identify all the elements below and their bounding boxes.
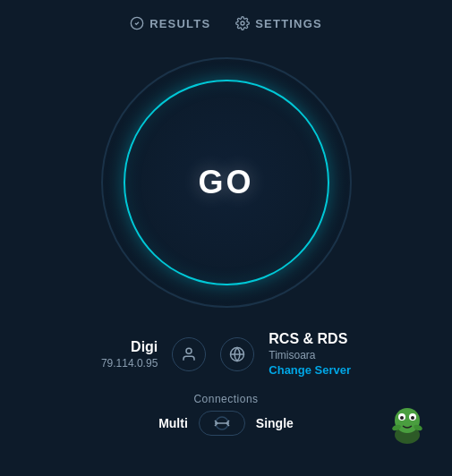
change-server-link[interactable]: Change Server (269, 363, 351, 377)
gear-icon (235, 16, 250, 30)
watermark (382, 401, 432, 451)
settings-label: SETTINGS (255, 17, 322, 30)
user-icon (181, 346, 197, 362)
globe-icon (229, 346, 245, 362)
connections-toggle: Multi Single (158, 411, 294, 436)
svg-point-9 (395, 408, 420, 433)
multi-option[interactable]: Multi (158, 416, 188, 430)
info-row: Digi 79.114.0.95 RCS & RDS Timisoara Cha… (0, 331, 452, 377)
svg-point-3 (186, 348, 192, 353)
svg-point-13 (411, 416, 414, 420)
mascot-icon (382, 401, 432, 451)
isp-name: Digi (131, 339, 158, 355)
server-info: RCS & RDS Timisoara Change Server (269, 331, 351, 377)
user-icon-circle (172, 337, 206, 371)
connections-section: Connections Multi Single (158, 393, 294, 436)
svg-point-11 (409, 413, 416, 421)
server-name: RCS & RDS (269, 331, 347, 347)
svg-point-15 (413, 423, 422, 431)
server-location: Timisoara (269, 349, 315, 361)
globe-icon-circle (220, 337, 254, 371)
results-nav-item[interactable]: RESULTS (130, 16, 210, 30)
toggle-arrows-icon (209, 416, 235, 430)
go-button[interactable]: GO (198, 164, 253, 201)
top-nav: RESULTS SETTINGS (0, 0, 452, 39)
svg-point-12 (400, 416, 404, 420)
settings-nav-item[interactable]: SETTINGS (235, 16, 322, 30)
svg-point-8 (395, 426, 420, 444)
check-circle-icon (130, 16, 144, 30)
isp-ip: 79.114.0.95 (101, 357, 158, 370)
svg-point-14 (391, 423, 401, 431)
svg-point-1 (241, 21, 244, 25)
isp-info: Digi 79.114.0.95 (101, 339, 158, 370)
speedometer: GO (92, 48, 361, 317)
connections-label: Connections (193, 393, 258, 405)
svg-point-10 (398, 413, 405, 421)
single-option[interactable]: Single (256, 416, 294, 430)
toggle-switch[interactable] (199, 411, 245, 436)
results-label: RESULTS (149, 17, 210, 30)
